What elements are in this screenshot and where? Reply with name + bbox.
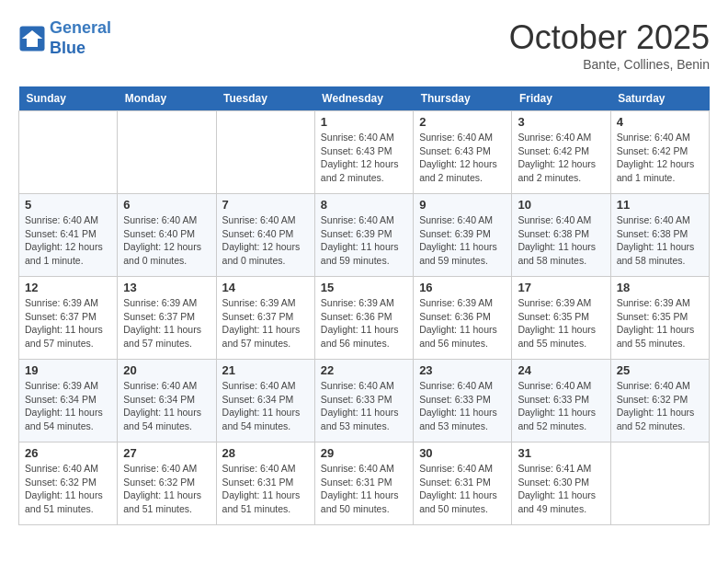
day-info: Sunrise: 6:40 AMSunset: 6:33 PMDaylight:… <box>518 379 604 433</box>
calendar-cell <box>19 111 118 194</box>
calendar-cell: 7Sunrise: 6:40 AMSunset: 6:40 PMDaylight… <box>216 194 314 277</box>
day-info: Sunrise: 6:40 AMSunset: 6:32 PMDaylight:… <box>617 379 703 433</box>
calendar-cell: 5Sunrise: 6:40 AMSunset: 6:41 PMDaylight… <box>19 194 118 277</box>
calendar-cell: 29Sunrise: 6:40 AMSunset: 6:31 PMDayligh… <box>314 442 413 525</box>
calendar-cell: 3Sunrise: 6:40 AMSunset: 6:42 PMDaylight… <box>512 111 610 194</box>
day-number: 1 <box>321 115 407 129</box>
week-row-4: 19Sunrise: 6:39 AMSunset: 6:34 PMDayligh… <box>19 360 710 442</box>
day-info: Sunrise: 6:40 AMSunset: 6:31 PMDaylight:… <box>222 462 309 516</box>
day-info: Sunrise: 6:39 AMSunset: 6:35 PMDaylight:… <box>617 296 703 350</box>
day-number: 2 <box>419 115 506 129</box>
calendar-cell: 17Sunrise: 6:39 AMSunset: 6:35 PMDayligh… <box>512 277 610 360</box>
day-number: 13 <box>123 281 210 294</box>
day-number: 28 <box>222 446 309 460</box>
day-number: 7 <box>222 198 309 212</box>
day-number: 15 <box>321 281 407 294</box>
location-subtitle: Bante, Collines, Benin <box>509 57 710 72</box>
day-number: 30 <box>419 446 506 460</box>
day-number: 18 <box>617 281 703 294</box>
day-number: 23 <box>419 363 506 377</box>
calendar-cell: 15Sunrise: 6:39 AMSunset: 6:36 PMDayligh… <box>314 277 413 360</box>
weekday-header-tuesday: Tuesday <box>216 86 314 111</box>
day-info: Sunrise: 6:39 AMSunset: 6:36 PMDaylight:… <box>419 296 506 350</box>
calendar-cell: 22Sunrise: 6:40 AMSunset: 6:33 PMDayligh… <box>314 360 413 442</box>
calendar-cell: 12Sunrise: 6:39 AMSunset: 6:37 PMDayligh… <box>19 277 118 360</box>
calendar-cell: 2Sunrise: 6:40 AMSunset: 6:43 PMDaylight… <box>414 111 512 194</box>
calendar-cell: 11Sunrise: 6:40 AMSunset: 6:38 PMDayligh… <box>610 194 709 277</box>
day-info: Sunrise: 6:40 AMSunset: 6:38 PMDaylight:… <box>617 213 703 268</box>
title-block: October 2025 Bante, Collines, Benin <box>509 18 710 72</box>
day-info: Sunrise: 6:41 AMSunset: 6:30 PMDaylight:… <box>518 462 604 516</box>
day-info: Sunrise: 6:40 AMSunset: 6:42 PMDaylight:… <box>617 131 703 185</box>
week-row-1: 1Sunrise: 6:40 AMSunset: 6:43 PMDaylight… <box>19 111 710 194</box>
day-number: 3 <box>518 115 604 129</box>
day-info: Sunrise: 6:39 AMSunset: 6:35 PMDaylight:… <box>518 296 604 350</box>
weekday-header-row: SundayMondayTuesdayWednesdayThursdayFrid… <box>19 86 710 111</box>
day-info: Sunrise: 6:40 AMSunset: 6:38 PMDaylight:… <box>518 213 604 268</box>
calendar-cell: 27Sunrise: 6:40 AMSunset: 6:32 PMDayligh… <box>118 442 216 525</box>
weekday-header-thursday: Thursday <box>414 86 512 111</box>
day-number: 21 <box>222 363 309 377</box>
day-info: Sunrise: 6:40 AMSunset: 6:39 PMDaylight:… <box>321 213 407 268</box>
day-info: Sunrise: 6:39 AMSunset: 6:37 PMDaylight:… <box>222 296 309 350</box>
calendar-table: SundayMondayTuesdayWednesdayThursdayFrid… <box>18 86 710 525</box>
calendar-cell: 9Sunrise: 6:40 AMSunset: 6:39 PMDaylight… <box>414 194 512 277</box>
day-number: 24 <box>518 363 604 377</box>
logo-icon <box>18 25 46 52</box>
day-number: 25 <box>617 363 703 377</box>
week-row-5: 26Sunrise: 6:40 AMSunset: 6:32 PMDayligh… <box>19 442 710 525</box>
day-info: Sunrise: 6:39 AMSunset: 6:36 PMDaylight:… <box>321 296 407 350</box>
day-number: 11 <box>617 198 703 212</box>
day-info: Sunrise: 6:40 AMSunset: 6:34 PMDaylight:… <box>123 379 210 433</box>
week-row-2: 5Sunrise: 6:40 AMSunset: 6:41 PMDaylight… <box>19 194 710 277</box>
calendar-cell <box>610 442 709 525</box>
logo-text: General Blue <box>50 18 111 58</box>
day-info: Sunrise: 6:40 AMSunset: 6:31 PMDaylight:… <box>321 462 407 516</box>
calendar-cell: 28Sunrise: 6:40 AMSunset: 6:31 PMDayligh… <box>216 442 314 525</box>
day-number: 10 <box>518 198 604 212</box>
calendar-cell: 19Sunrise: 6:39 AMSunset: 6:34 PMDayligh… <box>19 360 118 442</box>
page-header: General Blue October 2025 Bante, Colline… <box>18 18 710 72</box>
calendar-cell: 13Sunrise: 6:39 AMSunset: 6:37 PMDayligh… <box>118 277 216 360</box>
calendar-cell: 6Sunrise: 6:40 AMSunset: 6:40 PMDaylight… <box>118 194 216 277</box>
day-info: Sunrise: 6:39 AMSunset: 6:34 PMDaylight:… <box>25 379 111 433</box>
calendar-cell: 10Sunrise: 6:40 AMSunset: 6:38 PMDayligh… <box>512 194 610 277</box>
day-number: 26 <box>25 446 111 460</box>
calendar-cell: 1Sunrise: 6:40 AMSunset: 6:43 PMDaylight… <box>314 111 413 194</box>
calendar-cell: 31Sunrise: 6:41 AMSunset: 6:30 PMDayligh… <box>512 442 610 525</box>
day-number: 17 <box>518 281 604 294</box>
day-info: Sunrise: 6:40 AMSunset: 6:40 PMDaylight:… <box>123 213 210 268</box>
day-info: Sunrise: 6:40 AMSunset: 6:43 PMDaylight:… <box>321 131 407 185</box>
calendar-cell <box>216 111 314 194</box>
weekday-header-sunday: Sunday <box>19 86 118 111</box>
calendar-cell: 4Sunrise: 6:40 AMSunset: 6:42 PMDaylight… <box>610 111 709 194</box>
calendar-cell: 30Sunrise: 6:40 AMSunset: 6:31 PMDayligh… <box>414 442 512 525</box>
week-row-3: 12Sunrise: 6:39 AMSunset: 6:37 PMDayligh… <box>19 277 710 360</box>
day-info: Sunrise: 6:40 AMSunset: 6:32 PMDaylight:… <box>25 462 111 516</box>
day-number: 5 <box>25 198 111 212</box>
weekday-header-monday: Monday <box>118 86 216 111</box>
day-info: Sunrise: 6:40 AMSunset: 6:41 PMDaylight:… <box>25 213 111 268</box>
day-number: 14 <box>222 281 309 294</box>
day-number: 12 <box>25 281 111 294</box>
weekday-header-saturday: Saturday <box>610 86 709 111</box>
day-number: 9 <box>419 198 506 212</box>
day-number: 27 <box>123 446 210 460</box>
day-number: 8 <box>321 198 407 212</box>
calendar-cell: 18Sunrise: 6:39 AMSunset: 6:35 PMDayligh… <box>610 277 709 360</box>
day-info: Sunrise: 6:40 AMSunset: 6:39 PMDaylight:… <box>419 213 506 268</box>
day-info: Sunrise: 6:40 AMSunset: 6:43 PMDaylight:… <box>419 131 506 185</box>
calendar-cell: 14Sunrise: 6:39 AMSunset: 6:37 PMDayligh… <box>216 277 314 360</box>
day-number: 19 <box>25 363 111 377</box>
day-info: Sunrise: 6:40 AMSunset: 6:32 PMDaylight:… <box>123 462 210 516</box>
day-info: Sunrise: 6:40 AMSunset: 6:33 PMDaylight:… <box>321 379 407 433</box>
logo: General Blue <box>18 18 111 58</box>
calendar-cell: 21Sunrise: 6:40 AMSunset: 6:34 PMDayligh… <box>216 360 314 442</box>
weekday-header-wednesday: Wednesday <box>314 86 413 111</box>
day-info: Sunrise: 6:39 AMSunset: 6:37 PMDaylight:… <box>123 296 210 350</box>
calendar-cell: 16Sunrise: 6:39 AMSunset: 6:36 PMDayligh… <box>414 277 512 360</box>
day-number: 4 <box>617 115 703 129</box>
calendar-cell: 24Sunrise: 6:40 AMSunset: 6:33 PMDayligh… <box>512 360 610 442</box>
month-title: October 2025 <box>509 18 710 57</box>
day-number: 16 <box>419 281 506 294</box>
